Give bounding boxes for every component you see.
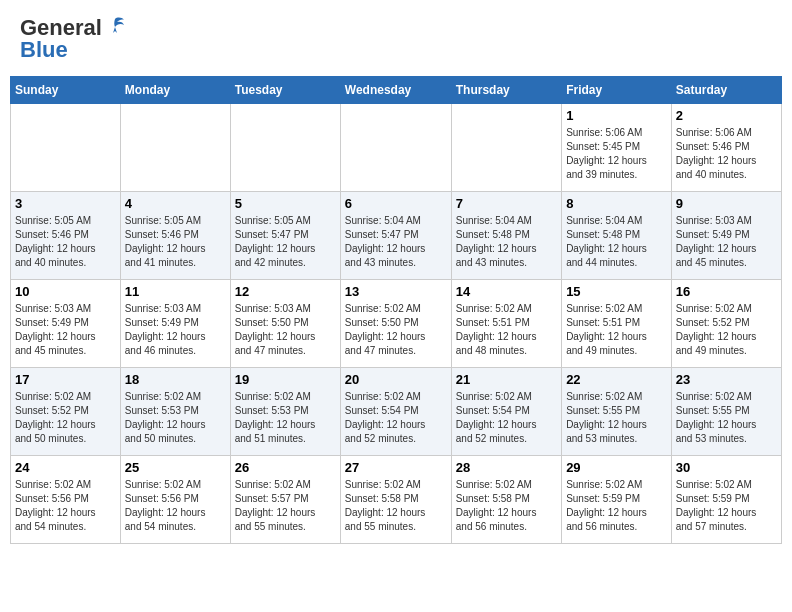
weekday-header-monday: Monday bbox=[120, 77, 230, 104]
calendar-day-cell: 10Sunrise: 5:03 AM Sunset: 5:49 PM Dayli… bbox=[11, 280, 121, 368]
calendar-day-cell: 25Sunrise: 5:02 AM Sunset: 5:56 PM Dayli… bbox=[120, 456, 230, 544]
day-number: 1 bbox=[566, 108, 667, 123]
calendar-day-cell: 17Sunrise: 5:02 AM Sunset: 5:52 PM Dayli… bbox=[11, 368, 121, 456]
calendar-day-cell: 23Sunrise: 5:02 AM Sunset: 5:55 PM Dayli… bbox=[671, 368, 781, 456]
calendar-week-row: 24Sunrise: 5:02 AM Sunset: 5:56 PM Dayli… bbox=[11, 456, 782, 544]
day-info: Sunrise: 5:02 AM Sunset: 5:55 PM Dayligh… bbox=[676, 390, 777, 446]
logo-bird-icon bbox=[104, 15, 126, 37]
day-info: Sunrise: 5:04 AM Sunset: 5:48 PM Dayligh… bbox=[456, 214, 557, 270]
day-info: Sunrise: 5:02 AM Sunset: 5:59 PM Dayligh… bbox=[676, 478, 777, 534]
day-number: 21 bbox=[456, 372, 557, 387]
calendar-day-cell: 15Sunrise: 5:02 AM Sunset: 5:51 PM Dayli… bbox=[562, 280, 672, 368]
day-number: 23 bbox=[676, 372, 777, 387]
day-info: Sunrise: 5:06 AM Sunset: 5:46 PM Dayligh… bbox=[676, 126, 777, 182]
day-info: Sunrise: 5:06 AM Sunset: 5:45 PM Dayligh… bbox=[566, 126, 667, 182]
calendar-day-cell: 26Sunrise: 5:02 AM Sunset: 5:57 PM Dayli… bbox=[230, 456, 340, 544]
day-number: 4 bbox=[125, 196, 226, 211]
day-info: Sunrise: 5:02 AM Sunset: 5:53 PM Dayligh… bbox=[235, 390, 336, 446]
day-info: Sunrise: 5:02 AM Sunset: 5:55 PM Dayligh… bbox=[566, 390, 667, 446]
day-number: 30 bbox=[676, 460, 777, 475]
day-number: 6 bbox=[345, 196, 447, 211]
day-info: Sunrise: 5:04 AM Sunset: 5:48 PM Dayligh… bbox=[566, 214, 667, 270]
calendar-day-cell: 1Sunrise: 5:06 AM Sunset: 5:45 PM Daylig… bbox=[562, 104, 672, 192]
day-number: 17 bbox=[15, 372, 116, 387]
day-number: 18 bbox=[125, 372, 226, 387]
day-number: 24 bbox=[15, 460, 116, 475]
calendar-day-cell: 4Sunrise: 5:05 AM Sunset: 5:46 PM Daylig… bbox=[120, 192, 230, 280]
weekday-header-tuesday: Tuesday bbox=[230, 77, 340, 104]
calendar-day-cell: 18Sunrise: 5:02 AM Sunset: 5:53 PM Dayli… bbox=[120, 368, 230, 456]
day-number: 7 bbox=[456, 196, 557, 211]
day-number: 22 bbox=[566, 372, 667, 387]
calendar-day-cell: 27Sunrise: 5:02 AM Sunset: 5:58 PM Dayli… bbox=[340, 456, 451, 544]
day-info: Sunrise: 5:05 AM Sunset: 5:47 PM Dayligh… bbox=[235, 214, 336, 270]
day-info: Sunrise: 5:05 AM Sunset: 5:46 PM Dayligh… bbox=[125, 214, 226, 270]
day-number: 11 bbox=[125, 284, 226, 299]
weekday-header-sunday: Sunday bbox=[11, 77, 121, 104]
day-info: Sunrise: 5:03 AM Sunset: 5:50 PM Dayligh… bbox=[235, 302, 336, 358]
day-info: Sunrise: 5:02 AM Sunset: 5:51 PM Dayligh… bbox=[456, 302, 557, 358]
calendar-day-cell: 30Sunrise: 5:02 AM Sunset: 5:59 PM Dayli… bbox=[671, 456, 781, 544]
calendar-week-row: 1Sunrise: 5:06 AM Sunset: 5:45 PM Daylig… bbox=[11, 104, 782, 192]
calendar-day-cell: 11Sunrise: 5:03 AM Sunset: 5:49 PM Dayli… bbox=[120, 280, 230, 368]
calendar-header-row: SundayMondayTuesdayWednesdayThursdayFrid… bbox=[11, 77, 782, 104]
day-number: 27 bbox=[345, 460, 447, 475]
day-info: Sunrise: 5:02 AM Sunset: 5:53 PM Dayligh… bbox=[125, 390, 226, 446]
weekday-header-wednesday: Wednesday bbox=[340, 77, 451, 104]
weekday-header-saturday: Saturday bbox=[671, 77, 781, 104]
calendar-day-cell: 29Sunrise: 5:02 AM Sunset: 5:59 PM Dayli… bbox=[562, 456, 672, 544]
calendar-day-cell: 16Sunrise: 5:02 AM Sunset: 5:52 PM Dayli… bbox=[671, 280, 781, 368]
calendar-empty-cell bbox=[340, 104, 451, 192]
calendar-day-cell: 12Sunrise: 5:03 AM Sunset: 5:50 PM Dayli… bbox=[230, 280, 340, 368]
day-info: Sunrise: 5:02 AM Sunset: 5:58 PM Dayligh… bbox=[345, 478, 447, 534]
calendar-day-cell: 28Sunrise: 5:02 AM Sunset: 5:58 PM Dayli… bbox=[451, 456, 561, 544]
calendar-day-cell: 5Sunrise: 5:05 AM Sunset: 5:47 PM Daylig… bbox=[230, 192, 340, 280]
calendar-day-cell: 14Sunrise: 5:02 AM Sunset: 5:51 PM Dayli… bbox=[451, 280, 561, 368]
calendar-day-cell: 20Sunrise: 5:02 AM Sunset: 5:54 PM Dayli… bbox=[340, 368, 451, 456]
day-info: Sunrise: 5:02 AM Sunset: 5:56 PM Dayligh… bbox=[125, 478, 226, 534]
day-number: 28 bbox=[456, 460, 557, 475]
day-info: Sunrise: 5:03 AM Sunset: 5:49 PM Dayligh… bbox=[676, 214, 777, 270]
page-header: General Blue bbox=[10, 10, 782, 68]
weekday-header-thursday: Thursday bbox=[451, 77, 561, 104]
day-number: 14 bbox=[456, 284, 557, 299]
day-info: Sunrise: 5:02 AM Sunset: 5:51 PM Dayligh… bbox=[566, 302, 667, 358]
calendar-day-cell: 22Sunrise: 5:02 AM Sunset: 5:55 PM Dayli… bbox=[562, 368, 672, 456]
calendar-empty-cell bbox=[451, 104, 561, 192]
day-number: 20 bbox=[345, 372, 447, 387]
calendar-day-cell: 8Sunrise: 5:04 AM Sunset: 5:48 PM Daylig… bbox=[562, 192, 672, 280]
day-info: Sunrise: 5:02 AM Sunset: 5:54 PM Dayligh… bbox=[345, 390, 447, 446]
day-number: 13 bbox=[345, 284, 447, 299]
day-info: Sunrise: 5:04 AM Sunset: 5:47 PM Dayligh… bbox=[345, 214, 447, 270]
day-number: 3 bbox=[15, 196, 116, 211]
calendar-day-cell: 13Sunrise: 5:02 AM Sunset: 5:50 PM Dayli… bbox=[340, 280, 451, 368]
day-info: Sunrise: 5:02 AM Sunset: 5:57 PM Dayligh… bbox=[235, 478, 336, 534]
day-info: Sunrise: 5:02 AM Sunset: 5:52 PM Dayligh… bbox=[676, 302, 777, 358]
day-number: 19 bbox=[235, 372, 336, 387]
calendar-day-cell: 24Sunrise: 5:02 AM Sunset: 5:56 PM Dayli… bbox=[11, 456, 121, 544]
day-number: 8 bbox=[566, 196, 667, 211]
day-number: 15 bbox=[566, 284, 667, 299]
calendar-day-cell: 2Sunrise: 5:06 AM Sunset: 5:46 PM Daylig… bbox=[671, 104, 781, 192]
calendar-week-row: 3Sunrise: 5:05 AM Sunset: 5:46 PM Daylig… bbox=[11, 192, 782, 280]
day-number: 26 bbox=[235, 460, 336, 475]
calendar-table: SundayMondayTuesdayWednesdayThursdayFrid… bbox=[10, 76, 782, 544]
day-number: 25 bbox=[125, 460, 226, 475]
day-info: Sunrise: 5:02 AM Sunset: 5:58 PM Dayligh… bbox=[456, 478, 557, 534]
day-number: 5 bbox=[235, 196, 336, 211]
day-info: Sunrise: 5:03 AM Sunset: 5:49 PM Dayligh… bbox=[125, 302, 226, 358]
day-number: 10 bbox=[15, 284, 116, 299]
logo: General Blue bbox=[20, 15, 126, 63]
day-info: Sunrise: 5:05 AM Sunset: 5:46 PM Dayligh… bbox=[15, 214, 116, 270]
calendar-day-cell: 19Sunrise: 5:02 AM Sunset: 5:53 PM Dayli… bbox=[230, 368, 340, 456]
day-number: 9 bbox=[676, 196, 777, 211]
day-number: 16 bbox=[676, 284, 777, 299]
calendar-week-row: 17Sunrise: 5:02 AM Sunset: 5:52 PM Dayli… bbox=[11, 368, 782, 456]
weekday-header-friday: Friday bbox=[562, 77, 672, 104]
day-number: 2 bbox=[676, 108, 777, 123]
calendar-empty-cell bbox=[230, 104, 340, 192]
day-number: 29 bbox=[566, 460, 667, 475]
calendar-day-cell: 7Sunrise: 5:04 AM Sunset: 5:48 PM Daylig… bbox=[451, 192, 561, 280]
calendar-day-cell: 6Sunrise: 5:04 AM Sunset: 5:47 PM Daylig… bbox=[340, 192, 451, 280]
calendar-empty-cell bbox=[120, 104, 230, 192]
